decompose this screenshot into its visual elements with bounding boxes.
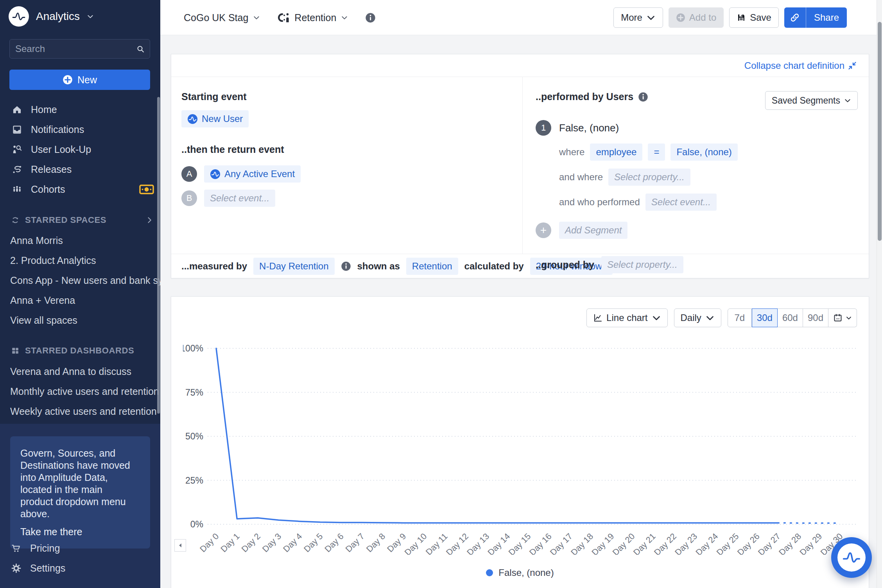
measured-by-pill[interactable]: N-Day Retention [253, 258, 334, 275]
sidebar-item-pricing[interactable]: Pricing [0, 538, 160, 558]
chart-type-selector[interactable]: Retention [277, 12, 348, 23]
sidebar-item-label: User Look-Up [31, 144, 91, 155]
take-me-there-link[interactable]: Take me there [20, 526, 82, 538]
interval-dropdown[interactable]: Daily [674, 308, 721, 327]
starred-dashboard-item[interactable]: Weekly active users and retention [0, 402, 160, 421]
sidebar-bottom: Govern, Sources, and Destinations have m… [0, 424, 160, 588]
plus-circle-icon [676, 13, 685, 22]
sidebar-search[interactable] [9, 39, 150, 59]
chart-card: Line chart Daily 7d30d60d90d 0%25%50%75%… [171, 296, 869, 588]
project-name: CoGo UK Stag [184, 12, 248, 23]
brand-title: Analytics [36, 10, 80, 23]
legend-label[interactable]: False, (none) [498, 567, 554, 578]
info-icon[interactable] [365, 13, 376, 23]
value-pill[interactable]: False, (none) [670, 143, 737, 161]
search-input[interactable] [15, 43, 136, 54]
amplitude-fab-button[interactable] [831, 537, 872, 578]
share-button[interactable]: Share [784, 7, 847, 28]
segments-panel: ..performed by Users Saved Segments 1 Fa… [536, 91, 858, 273]
shown-as-pill[interactable]: Retention [406, 258, 458, 275]
page-scrollbar[interactable] [877, 0, 882, 588]
chevron-down-icon [341, 14, 348, 21]
new-button[interactable]: New [9, 70, 150, 90]
starred-spaces-label: STARRED SPACES [25, 215, 106, 225]
svg-text:100%: 100% [183, 343, 203, 353]
collapse-icon [848, 61, 857, 70]
where-label: where [559, 147, 584, 158]
starred-space-item[interactable]: 2. Product Analytics [0, 251, 160, 271]
add-to-button[interactable]: Add to [669, 7, 724, 28]
chevron-down-icon [87, 13, 94, 20]
new-button-label: New [77, 74, 97, 86]
info-icon[interactable] [341, 261, 351, 271]
pan-left-button[interactable] [174, 539, 186, 552]
starred-dashboards-header[interactable]: STARRED DASHBOARDS [0, 344, 160, 357]
share-label[interactable]: Share [806, 7, 847, 28]
chevron-right-icon[interactable] [145, 216, 153, 224]
collapse-chart-definition-link[interactable]: Collapse chart definition [744, 60, 857, 71]
sidebar-item-label: Cohorts [31, 184, 65, 195]
starred-space-item[interactable]: Anna + Verena [0, 290, 160, 310]
svg-text:Day 6: Day 6 [323, 531, 345, 554]
search-icon [136, 44, 144, 54]
svg-text:50%: 50% [185, 431, 203, 441]
sidebar-item-home[interactable]: Home [0, 100, 160, 120]
starred-space-item[interactable]: Cons App - New users and bank sy... [0, 271, 160, 290]
operator-pill[interactable]: = [648, 143, 665, 161]
svg-text:Day 7: Day 7 [344, 531, 366, 554]
more-button[interactable]: More [613, 7, 663, 28]
amplitude-event-icon [187, 114, 198, 124]
grouped-by-label: ..grouped by [536, 259, 594, 271]
copy-link-icon[interactable] [784, 7, 806, 28]
scrollbar-thumb[interactable] [878, 22, 882, 241]
brand[interactable]: Analytics [9, 6, 94, 27]
chevron-down-icon [253, 14, 260, 21]
grouped-by-pill[interactable]: Select property... [601, 256, 683, 273]
starred-spaces-header[interactable]: STARRED SPACES [0, 213, 160, 227]
gear-icon [11, 563, 22, 574]
starting-event-pill[interactable]: New User [181, 110, 249, 127]
chart-style-label: Line chart [606, 312, 647, 323]
range-60d-button[interactable]: 60d [778, 308, 803, 327]
legend-dot[interactable] [486, 569, 493, 576]
select-property-pill[interactable]: Select property... [608, 169, 690, 186]
project-selector[interactable]: CoGo UK Stag [184, 12, 260, 23]
sidebar-scrollbar[interactable] [157, 97, 160, 414]
sidebar-item-releases[interactable]: Releases [0, 160, 160, 179]
select-event-pill[interactable]: Select event... [204, 190, 275, 207]
sidebar: Analytics New HomeNotificationsUser Look… [0, 0, 160, 588]
range-30d-button[interactable]: 30d [752, 308, 778, 327]
save-button[interactable]: Save [729, 7, 779, 28]
calendar-button[interactable] [828, 308, 857, 327]
retention-line-chart[interactable]: 0%25%50%75%100%Day 0Day 1Day 2Day 3Day 4… [183, 336, 858, 555]
topbar: CoGo UK Stag Retention More [160, 0, 882, 35]
add-segment-pill[interactable]: Add Segment [559, 222, 627, 239]
select-event-pill[interactable]: Select event... [645, 194, 717, 211]
svg-text:75%: 75% [185, 387, 203, 398]
add-segment-plus-icon[interactable]: + [536, 222, 551, 238]
sidebar-item-notifications[interactable]: Notifications [0, 120, 160, 140]
svg-text:Day 8: Day 8 [364, 531, 387, 554]
sidebar-item-cohorts[interactable]: Cohorts [0, 179, 160, 199]
svg-text:Day 0: Day 0 [198, 531, 220, 554]
saved-segments-button[interactable]: Saved Segments [765, 91, 858, 110]
chart-type-name: Retention [294, 12, 336, 23]
sidebar-item-label: Settings [30, 563, 65, 574]
range-7d-button[interactable]: 7d [728, 308, 752, 327]
return-event-pill[interactable]: Any Active Event [204, 165, 301, 183]
chart-style-dropdown[interactable]: Line chart [586, 308, 667, 327]
property-pill[interactable]: employee [590, 143, 642, 161]
starred-space-item[interactable]: View all spaces [0, 310, 160, 330]
save-label: Save [750, 12, 771, 23]
shown-as-label: shown as [357, 261, 400, 272]
info-icon[interactable] [638, 92, 648, 102]
starred-dashboard-item[interactable]: Monthly active users and retention [0, 382, 160, 402]
svg-text:25%: 25% [185, 475, 203, 486]
sidebar-item-user-look-up[interactable]: User Look-Up [0, 140, 160, 160]
starred-space-item[interactable]: Anna Morris [0, 231, 160, 251]
starred-dashboard-item[interactable]: Verena and Anna to discuss [0, 362, 160, 382]
segment-name[interactable]: False, (none) [559, 122, 619, 134]
saved-segments-label: Saved Segments [772, 95, 840, 106]
range-90d-button[interactable]: 90d [803, 308, 828, 327]
sidebar-item-settings[interactable]: Settings [0, 558, 160, 578]
